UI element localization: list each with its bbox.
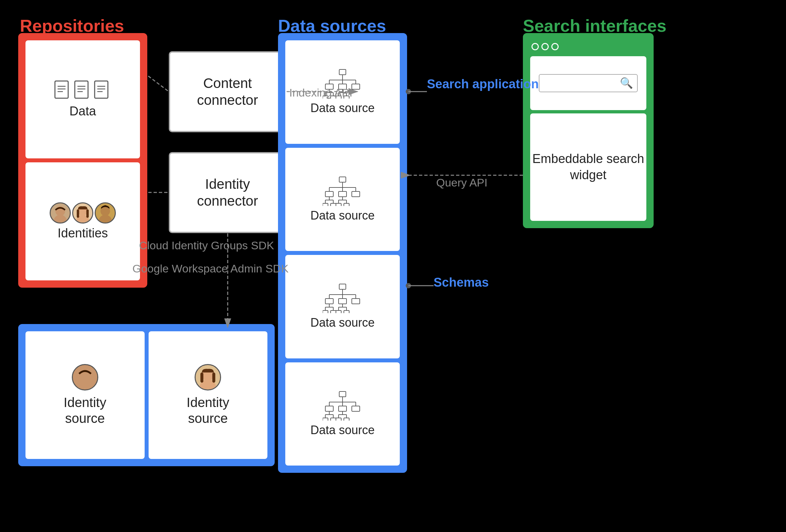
search-input-box: 🔍 bbox=[530, 56, 646, 110]
svg-rect-103 bbox=[336, 418, 341, 420]
data-inner-box: Data bbox=[25, 40, 140, 159]
svg-rect-17 bbox=[77, 209, 79, 218]
svg-rect-8 bbox=[95, 81, 108, 98]
svg-rect-48 bbox=[325, 191, 333, 197]
doc-icon-1 bbox=[54, 80, 71, 101]
svg-rect-82 bbox=[336, 311, 341, 313]
identity-source-label-1: Identitysource bbox=[64, 394, 106, 426]
window-dot-2 bbox=[541, 43, 549, 50]
svg-rect-109 bbox=[201, 372, 204, 383]
search-interfaces-label: Search interfaces bbox=[523, 16, 667, 36]
tree-icon-4 bbox=[323, 391, 362, 420]
svg-rect-49 bbox=[339, 191, 347, 197]
query-api-label: Query API bbox=[436, 175, 487, 190]
svg-rect-84 bbox=[339, 391, 346, 397]
svg-rect-56 bbox=[331, 203, 336, 206]
identity-connector-box: Identityconnector bbox=[169, 152, 286, 233]
svg-point-106 bbox=[77, 379, 93, 389]
search-application-label: Search application bbox=[427, 76, 539, 92]
svg-rect-4 bbox=[75, 81, 88, 98]
content-connector-box: Contentconnector bbox=[169, 51, 286, 132]
svg-rect-62 bbox=[344, 203, 349, 206]
datasource-label-1: Data source bbox=[310, 101, 375, 115]
face-icon-3 bbox=[95, 202, 116, 223]
cloud-identity-label: Cloud Identity Groups SDK bbox=[139, 238, 274, 252]
svg-line-114 bbox=[148, 76, 169, 92]
content-connector-label: Contentconnector bbox=[197, 75, 258, 108]
search-interfaces-box: 🔍 Embeddable search widget bbox=[523, 33, 654, 228]
identity-face-1 bbox=[72, 364, 98, 390]
face-icon-2 bbox=[72, 202, 93, 223]
embeddable-widget-box: Embeddable search widget bbox=[530, 114, 646, 221]
identity-source-inner-2: Identitysource bbox=[148, 331, 268, 459]
tree-icon-3 bbox=[323, 283, 362, 313]
search-input-mock[interactable]: 🔍 bbox=[539, 74, 638, 92]
window-dot-3 bbox=[551, 43, 559, 50]
doc-icon-3 bbox=[94, 80, 111, 101]
repositories-box: Data bbox=[18, 33, 147, 288]
identity-connector-label: Identityconnector bbox=[197, 176, 258, 209]
google-workspace-label: Google Workspace Admin SDK bbox=[132, 261, 288, 276]
svg-rect-110 bbox=[212, 372, 215, 383]
datasources-label: Data sources bbox=[278, 16, 386, 36]
svg-rect-97 bbox=[323, 418, 328, 420]
svg-rect-92 bbox=[352, 406, 360, 411]
svg-point-20 bbox=[99, 215, 112, 222]
identity-sources-box: Identitysource Identitysource bbox=[18, 324, 275, 466]
face-icon-1 bbox=[50, 202, 71, 223]
svg-rect-83 bbox=[344, 311, 349, 313]
identities-label: Identities bbox=[57, 226, 108, 240]
identities-inner-box: Identities bbox=[25, 162, 140, 281]
datasource-inner-3: Data source bbox=[285, 255, 400, 358]
svg-rect-69 bbox=[325, 298, 333, 304]
svg-rect-50 bbox=[352, 191, 360, 197]
diagram-container: Repositories Data sources Search interfa… bbox=[0, 0, 786, 532]
svg-rect-70 bbox=[339, 298, 347, 304]
face-icons bbox=[50, 202, 116, 223]
svg-rect-63 bbox=[339, 284, 346, 289]
svg-rect-18 bbox=[86, 209, 89, 218]
window-dot-1 bbox=[532, 43, 539, 50]
svg-rect-98 bbox=[331, 418, 336, 420]
indexing-api-label: Indexing API bbox=[289, 85, 352, 100]
svg-rect-29 bbox=[352, 84, 360, 89]
datasource-inner-4: Data source bbox=[285, 362, 400, 466]
schemas-label: Schemas bbox=[434, 274, 489, 291]
identity-face-2 bbox=[194, 364, 221, 390]
datasource-inner-2: Data source bbox=[285, 148, 400, 251]
search-top-bar bbox=[530, 40, 646, 53]
identity-source-inner-1: Identitysource bbox=[25, 331, 145, 459]
tree-icon-2 bbox=[323, 176, 362, 206]
search-icon: 🔍 bbox=[620, 77, 633, 89]
embeddable-widget-label: Embeddable search widget bbox=[530, 151, 646, 184]
svg-rect-55 bbox=[323, 203, 328, 206]
identity-source-label-2: Identitysource bbox=[187, 394, 229, 426]
svg-rect-42 bbox=[339, 177, 346, 182]
repositories-label: Repositories bbox=[20, 16, 124, 36]
svg-rect-0 bbox=[55, 81, 68, 98]
svg-rect-61 bbox=[336, 203, 341, 206]
svg-rect-104 bbox=[344, 418, 349, 420]
svg-rect-90 bbox=[325, 406, 333, 411]
svg-rect-71 bbox=[352, 298, 360, 304]
data-label: Data bbox=[69, 104, 96, 118]
svg-rect-91 bbox=[339, 406, 347, 411]
datasource-label-4: Data source bbox=[310, 423, 375, 437]
svg-rect-77 bbox=[331, 311, 336, 313]
datasource-label-3: Data source bbox=[310, 316, 375, 330]
svg-rect-21 bbox=[339, 69, 346, 75]
doc-icons bbox=[54, 80, 111, 101]
doc-icon-2 bbox=[74, 80, 91, 101]
svg-rect-76 bbox=[323, 311, 328, 313]
datasource-label-2: Data source bbox=[310, 209, 375, 222]
